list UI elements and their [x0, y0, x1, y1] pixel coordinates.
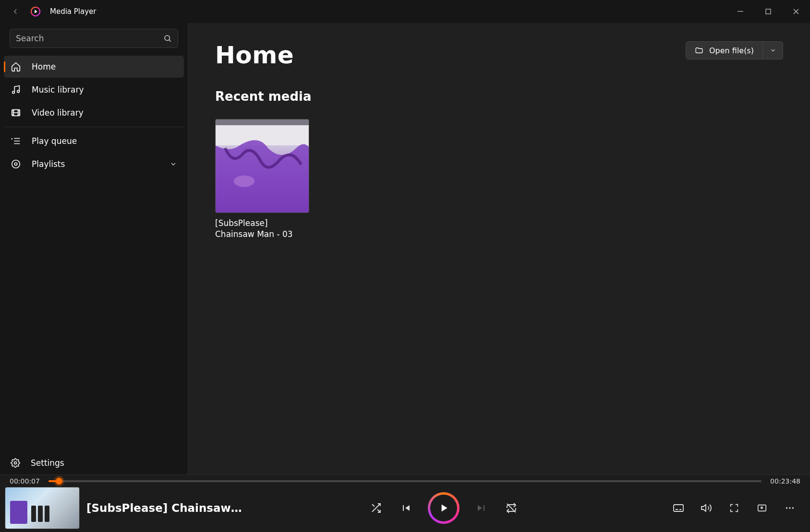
elapsed-time: 00:00:07 [10, 477, 40, 485]
skip-next-icon [476, 502, 487, 514]
shuffle-button[interactable] [369, 501, 383, 515]
nav-label: Playlists [32, 159, 65, 169]
search-input[interactable] [16, 34, 163, 43]
maximize-icon [765, 9, 771, 14]
svg-point-10 [234, 176, 255, 187]
nav-music-library[interactable]: Music library [4, 79, 184, 101]
close-button[interactable] [782, 2, 810, 21]
media-thumbnail [215, 119, 309, 213]
more-button[interactable] [783, 501, 797, 515]
svg-point-14 [786, 507, 787, 508]
search-box[interactable] [10, 29, 178, 48]
minimize-icon [737, 9, 743, 14]
nav-label: Video library [32, 108, 84, 118]
svg-point-5 [17, 90, 20, 93]
open-files-button[interactable]: Open file(s) [686, 41, 763, 59]
fullscreen-icon [729, 503, 739, 513]
repeat-button[interactable] [505, 501, 518, 515]
player-bar: 00:00:07 00:23:48 [SubsPlease] Chainsaw … [0, 474, 810, 532]
chevron-down-icon [169, 160, 177, 168]
skip-previous-icon [400, 502, 411, 514]
svg-point-8 [14, 163, 17, 166]
nav-settings[interactable]: Settings [0, 451, 188, 474]
shuffle-icon [370, 502, 382, 514]
svg-point-9 [14, 462, 17, 464]
now-playing-title: [SubsPlease] Chainsaw Man -… [86, 502, 245, 514]
svg-point-4 [12, 91, 15, 94]
svg-rect-12 [674, 505, 683, 511]
volume-button[interactable] [700, 501, 713, 515]
svg-point-16 [792, 507, 794, 508]
duration-time: 00:23:48 [770, 477, 800, 485]
playlist-icon [11, 159, 21, 169]
open-files-label: Open file(s) [709, 46, 754, 55]
search-icon [163, 34, 172, 43]
repeat-off-icon [506, 502, 517, 514]
nav-label: Music library [32, 85, 84, 95]
nav-label: Home [32, 62, 56, 71]
gear-icon [11, 458, 20, 468]
content-area: Home Open file(s) Recent media [188, 23, 810, 474]
next-button[interactable] [475, 501, 488, 515]
volume-icon [701, 502, 712, 514]
queue-icon [11, 136, 21, 146]
media-title: [SubsPlease] Chainsaw Man - 03 (1080p)… [215, 218, 309, 240]
app-logo-icon [30, 6, 41, 17]
fullscreen-button[interactable] [727, 501, 741, 515]
previous-button[interactable] [399, 501, 412, 515]
recent-media-item[interactable]: [SubsPlease] Chainsaw Man - 03 (1080p)… [215, 119, 309, 240]
now-playing-thumbnail[interactable] [5, 487, 80, 529]
miniplayer-button[interactable] [755, 501, 769, 515]
open-files-dropdown[interactable] [763, 41, 783, 59]
minimize-button[interactable] [726, 2, 754, 21]
svg-rect-1 [737, 11, 743, 12]
play-button[interactable] [429, 493, 459, 523]
nav-play-queue[interactable]: Play queue [4, 130, 184, 152]
seek-thumb[interactable] [56, 478, 62, 485]
sidebar: Home Music library Video library Play qu [0, 23, 188, 474]
folder-icon [695, 46, 703, 55]
svg-rect-2 [766, 9, 771, 14]
seek-slider[interactable] [48, 480, 762, 482]
nav-playlists[interactable]: Playlists [4, 153, 184, 175]
music-icon [11, 84, 21, 95]
nav-home[interactable]: Home [4, 56, 184, 78]
back-button[interactable] [10, 6, 21, 17]
app-title: Media Player [50, 7, 97, 16]
close-icon [793, 9, 799, 14]
play-icon [437, 502, 450, 514]
miniplayer-icon [757, 503, 767, 513]
svg-point-3 [165, 35, 170, 41]
svg-point-15 [789, 507, 790, 508]
nav-separator [4, 127, 184, 127]
chevron-down-icon [770, 47, 776, 54]
recent-media-heading: Recent media [215, 89, 783, 104]
nav-label: Play queue [32, 136, 77, 146]
back-arrow-icon [11, 7, 20, 16]
svg-point-7 [12, 160, 20, 168]
video-icon [11, 107, 21, 118]
title-bar: Media Player [0, 0, 810, 23]
more-icon [785, 503, 795, 513]
nav-video-library[interactable]: Video library [4, 102, 184, 124]
subtitles-button[interactable] [672, 501, 685, 515]
subtitles-icon [673, 502, 684, 514]
settings-label: Settings [31, 458, 64, 468]
maximize-button[interactable] [754, 2, 782, 21]
home-icon [11, 61, 21, 72]
page-title: Home [215, 41, 294, 69]
